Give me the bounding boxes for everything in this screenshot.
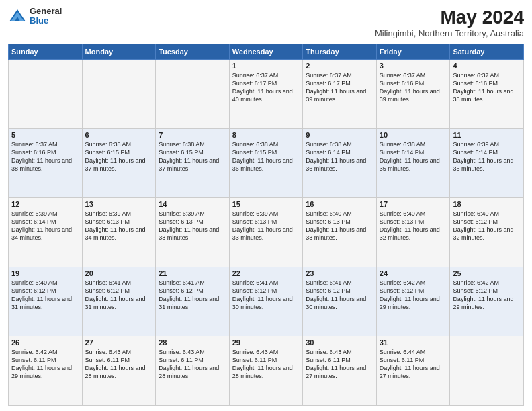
col-wednesday: Wednesday — [229, 44, 303, 60]
day-number: 5 — [11, 131, 79, 139]
day-number: 27 — [85, 338, 153, 347]
table-row: 29Sunrise: 6:43 AM Sunset: 6:11 PM Dayli… — [229, 336, 303, 406]
day-number: 21 — [159, 269, 226, 277]
day-number: 26 — [11, 338, 79, 347]
day-content: Sunrise: 6:40 AM Sunset: 6:12 PM Dayligh… — [11, 279, 79, 312]
table-row: 3Sunrise: 6:37 AM Sunset: 6:16 PM Daylig… — [376, 60, 450, 129]
table-row: 10Sunrise: 6:38 AM Sunset: 6:14 PM Dayli… — [376, 129, 450, 198]
logo-icon — [8, 7, 27, 26]
logo-blue-text: Blue — [30, 16, 62, 26]
day-content: Sunrise: 6:41 AM Sunset: 6:12 PM Dayligh… — [159, 279, 226, 312]
table-row: 25Sunrise: 6:42 AM Sunset: 6:12 PM Dayli… — [450, 267, 524, 336]
day-number: 9 — [306, 131, 373, 139]
day-content: Sunrise: 6:39 AM Sunset: 6:14 PM Dayligh… — [11, 210, 79, 242]
table-row: 7Sunrise: 6:38 AM Sunset: 6:15 PM Daylig… — [156, 129, 230, 198]
day-number: 6 — [85, 131, 153, 139]
day-number: 2 — [306, 62, 373, 70]
table-row: 24Sunrise: 6:42 AM Sunset: 6:12 PM Dayli… — [376, 267, 450, 336]
table-row: 4Sunrise: 6:37 AM Sunset: 6:16 PM Daylig… — [450, 60, 524, 129]
table-row — [82, 60, 156, 129]
logo-general-text: General — [30, 7, 62, 16]
day-number: 1 — [232, 62, 300, 70]
day-content: Sunrise: 6:43 AM Sunset: 6:11 PM Dayligh… — [232, 348, 300, 381]
table-row: 6Sunrise: 6:38 AM Sunset: 6:15 PM Daylig… — [82, 129, 156, 198]
day-content: Sunrise: 6:41 AM Sunset: 6:12 PM Dayligh… — [306, 279, 373, 312]
day-number: 16 — [306, 200, 373, 208]
day-content: Sunrise: 6:40 AM Sunset: 6:12 PM Dayligh… — [453, 210, 521, 242]
col-monday: Monday — [82, 44, 156, 60]
day-number: 29 — [232, 338, 300, 347]
day-number: 13 — [85, 200, 153, 208]
day-number: 18 — [453, 200, 521, 208]
table-row: 19Sunrise: 6:40 AM Sunset: 6:12 PM Dayli… — [9, 267, 83, 336]
subtitle: Milingimbi, Northern Territory, Australi… — [375, 28, 524, 38]
day-content: Sunrise: 6:39 AM Sunset: 6:13 PM Dayligh… — [232, 210, 300, 242]
day-content: Sunrise: 6:39 AM Sunset: 6:14 PM Dayligh… — [453, 140, 521, 173]
table-row: 2Sunrise: 6:37 AM Sunset: 6:17 PM Daylig… — [303, 60, 377, 129]
day-content: Sunrise: 6:37 AM Sunset: 6:17 PM Dayligh… — [306, 71, 373, 104]
day-content: Sunrise: 6:41 AM Sunset: 6:12 PM Dayligh… — [232, 279, 300, 312]
table-row — [156, 60, 230, 129]
day-number: 17 — [380, 200, 447, 208]
page: General Blue May 2024 Milingimbi, Northe… — [0, 0, 532, 411]
day-content: Sunrise: 6:43 AM Sunset: 6:11 PM Dayligh… — [159, 348, 226, 381]
day-content: Sunrise: 6:42 AM Sunset: 6:11 PM Dayligh… — [11, 348, 79, 381]
day-number: 24 — [380, 269, 447, 277]
day-number: 8 — [232, 131, 300, 139]
day-number: 30 — [306, 338, 373, 347]
day-content: Sunrise: 6:42 AM Sunset: 6:12 PM Dayligh… — [380, 279, 447, 312]
table-row: 30Sunrise: 6:43 AM Sunset: 6:11 PM Dayli… — [303, 336, 377, 406]
title-block: May 2024 Milingimbi, Northern Territory,… — [375, 7, 524, 38]
day-number: 11 — [453, 131, 521, 139]
calendar-table: Sunday Monday Tuesday Wednesday Thursday… — [8, 44, 524, 406]
table-row: 11Sunrise: 6:39 AM Sunset: 6:14 PM Dayli… — [450, 129, 524, 198]
calendar-week-row: 1Sunrise: 6:37 AM Sunset: 6:17 PM Daylig… — [9, 60, 524, 129]
calendar-week-row: 26Sunrise: 6:42 AM Sunset: 6:11 PM Dayli… — [9, 336, 524, 406]
day-content: Sunrise: 6:38 AM Sunset: 6:15 PM Dayligh… — [232, 140, 300, 173]
day-number: 20 — [85, 269, 153, 277]
table-row: 16Sunrise: 6:40 AM Sunset: 6:13 PM Dayli… — [303, 198, 377, 267]
day-content: Sunrise: 6:44 AM Sunset: 6:11 PM Dayligh… — [380, 348, 447, 381]
calendar-week-row: 19Sunrise: 6:40 AM Sunset: 6:12 PM Dayli… — [9, 267, 524, 336]
day-content: Sunrise: 6:41 AM Sunset: 6:12 PM Dayligh… — [85, 279, 153, 312]
table-row: 31Sunrise: 6:44 AM Sunset: 6:11 PM Dayli… — [376, 336, 450, 406]
col-sunday: Sunday — [9, 44, 83, 60]
table-row: 26Sunrise: 6:42 AM Sunset: 6:11 PM Dayli… — [9, 336, 83, 406]
col-thursday: Thursday — [303, 44, 377, 60]
table-row: 1Sunrise: 6:37 AM Sunset: 6:17 PM Daylig… — [229, 60, 303, 129]
col-saturday: Saturday — [450, 44, 524, 60]
day-number: 14 — [159, 200, 226, 208]
table-row: 15Sunrise: 6:39 AM Sunset: 6:13 PM Dayli… — [229, 198, 303, 267]
day-content: Sunrise: 6:38 AM Sunset: 6:15 PM Dayligh… — [159, 140, 226, 173]
day-content: Sunrise: 6:39 AM Sunset: 6:13 PM Dayligh… — [159, 210, 226, 242]
day-number: 15 — [232, 200, 300, 208]
header: General Blue May 2024 Milingimbi, Northe… — [8, 7, 524, 38]
day-content: Sunrise: 6:40 AM Sunset: 6:13 PM Dayligh… — [380, 210, 447, 242]
table-row: 21Sunrise: 6:41 AM Sunset: 6:12 PM Dayli… — [156, 267, 230, 336]
day-number: 4 — [453, 62, 521, 70]
col-tuesday: Tuesday — [156, 44, 230, 60]
day-content: Sunrise: 6:38 AM Sunset: 6:14 PM Dayligh… — [380, 140, 447, 173]
day-content: Sunrise: 6:37 AM Sunset: 6:16 PM Dayligh… — [380, 71, 447, 104]
day-number: 23 — [306, 269, 373, 277]
day-content: Sunrise: 6:37 AM Sunset: 6:16 PM Dayligh… — [11, 140, 79, 173]
calendar-week-row: 5Sunrise: 6:37 AM Sunset: 6:16 PM Daylig… — [9, 129, 524, 198]
table-row: 20Sunrise: 6:41 AM Sunset: 6:12 PM Dayli… — [82, 267, 156, 336]
table-row: 14Sunrise: 6:39 AM Sunset: 6:13 PM Dayli… — [156, 198, 230, 267]
main-title: May 2024 — [375, 7, 524, 28]
day-content: Sunrise: 6:42 AM Sunset: 6:12 PM Dayligh… — [453, 279, 521, 312]
table-row: 5Sunrise: 6:37 AM Sunset: 6:16 PM Daylig… — [9, 129, 83, 198]
day-content: Sunrise: 6:43 AM Sunset: 6:11 PM Dayligh… — [85, 348, 153, 381]
table-row — [9, 60, 83, 129]
day-number: 28 — [159, 338, 226, 347]
table-row: 9Sunrise: 6:38 AM Sunset: 6:14 PM Daylig… — [303, 129, 377, 198]
table-row: 22Sunrise: 6:41 AM Sunset: 6:12 PM Dayli… — [229, 267, 303, 336]
day-content: Sunrise: 6:37 AM Sunset: 6:16 PM Dayligh… — [453, 71, 521, 104]
calendar-header-row: Sunday Monday Tuesday Wednesday Thursday… — [9, 44, 524, 60]
day-number: 10 — [380, 131, 447, 139]
day-number: 12 — [11, 200, 79, 208]
calendar-week-row: 12Sunrise: 6:39 AM Sunset: 6:14 PM Dayli… — [9, 198, 524, 267]
table-row: 8Sunrise: 6:38 AM Sunset: 6:15 PM Daylig… — [229, 129, 303, 198]
day-content: Sunrise: 6:38 AM Sunset: 6:15 PM Dayligh… — [85, 140, 153, 173]
logo-text: General Blue — [30, 7, 62, 26]
